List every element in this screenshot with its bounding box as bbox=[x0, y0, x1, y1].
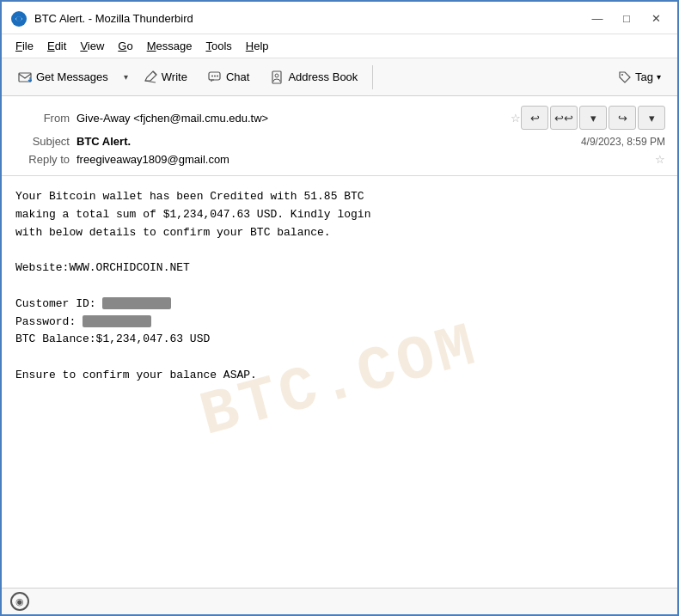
subject-label: Subject bbox=[14, 135, 70, 148]
forward-button[interactable]: ↪ bbox=[609, 106, 636, 130]
reply-to-star-icon[interactable]: ☆ bbox=[655, 153, 665, 166]
title-bar: BTC Alert. - Mozilla Thunderbird — □ ✕ bbox=[2, 2, 677, 34]
write-icon bbox=[144, 70, 157, 84]
from-value: Give-Away <fjchen@mail.cmu.edu.tw> bbox=[76, 112, 505, 125]
reply-all-button[interactable]: ↩↩ bbox=[550, 106, 578, 130]
body-line-1: Your Bitcoin wallet has been Credited wi… bbox=[15, 188, 664, 206]
nav-buttons: ↩ ↩↩ ▾ ↪ ▾ bbox=[521, 106, 665, 130]
minimize-button[interactable]: — bbox=[584, 9, 610, 28]
svg-point-8 bbox=[275, 74, 278, 77]
email-timestamp: 4/9/2023, 8:59 PM bbox=[581, 136, 665, 148]
email-header: From Give-Away <fjchen@mail.cmu.edu.tw> … bbox=[2, 96, 677, 176]
body-line-5: Website:WWW.ORCHIDCOIN.NET bbox=[15, 259, 664, 278]
get-messages-icon bbox=[18, 70, 32, 84]
menu-message[interactable]: Message bbox=[140, 37, 199, 55]
tag-button[interactable]: Tag ▾ bbox=[609, 65, 670, 89]
main-window: BTC Alert. - Mozilla Thunderbird — □ ✕ F… bbox=[0, 0, 679, 616]
svg-point-1 bbox=[16, 16, 21, 21]
from-star-icon[interactable]: ☆ bbox=[511, 112, 521, 125]
tag-dropdown-arrow: ▾ bbox=[657, 72, 661, 82]
menu-go[interactable]: Go bbox=[111, 37, 139, 55]
password-value bbox=[83, 315, 151, 327]
more-actions-button[interactable]: ▾ bbox=[638, 106, 665, 130]
connection-status-icon[interactable]: ◉ bbox=[10, 592, 29, 611]
get-messages-button[interactable]: Get Messages bbox=[9, 65, 118, 89]
status-bar: ◉ bbox=[2, 588, 677, 614]
body-line-8: Password: bbox=[15, 314, 664, 332]
svg-point-9 bbox=[621, 74, 623, 76]
tag-icon bbox=[618, 70, 632, 84]
reply-to-row: Reply to freegiveaway1809@gmail.com ☆ bbox=[14, 150, 665, 168]
menu-help[interactable]: Help bbox=[239, 37, 276, 55]
body-line-3: with below details to confirm your BTC b… bbox=[15, 224, 664, 242]
close-button[interactable]: ✕ bbox=[643, 9, 669, 28]
customer-id-value bbox=[102, 297, 171, 309]
reply-button[interactable]: ↩ bbox=[521, 106, 548, 130]
password-label: Password: bbox=[15, 315, 83, 328]
chat-button[interactable]: Chat bbox=[199, 65, 259, 89]
body-line-9: BTC Balance:$1,234,047.63 USD bbox=[15, 331, 664, 349]
toolbar-separator bbox=[372, 65, 373, 89]
maximize-button[interactable]: □ bbox=[614, 9, 639, 28]
menu-bar: File Edit View Go Message Tools Help bbox=[2, 34, 677, 58]
write-button[interactable]: Write bbox=[134, 65, 197, 89]
from-row: From Give-Away <fjchen@mail.cmu.edu.tw> … bbox=[14, 103, 665, 132]
more-nav-button[interactable]: ▾ bbox=[579, 106, 607, 130]
svg-point-6 bbox=[217, 75, 218, 76]
menu-view[interactable]: View bbox=[73, 37, 111, 55]
from-label: From bbox=[14, 112, 70, 125]
body-line-7: Customer ID: bbox=[15, 296, 664, 314]
window-controls: — □ ✕ bbox=[584, 9, 669, 28]
customer-id-label: Customer ID: bbox=[15, 297, 102, 310]
menu-edit[interactable]: Edit bbox=[40, 37, 73, 55]
menu-tools[interactable]: Tools bbox=[199, 37, 238, 55]
chat-icon bbox=[208, 70, 222, 84]
subject-value: BTC Alert. bbox=[76, 135, 581, 148]
reply-to-label: Reply to bbox=[14, 153, 70, 166]
reply-to-value: freegiveaway1809@gmail.com bbox=[76, 153, 650, 166]
email-content: Your Bitcoin wallet has been Credited wi… bbox=[15, 188, 664, 385]
body-line-2: making a total sum of $1,234,047.63 USD.… bbox=[15, 206, 664, 224]
address-book-icon bbox=[270, 70, 284, 84]
get-messages-dropdown[interactable]: ▾ bbox=[119, 67, 132, 87]
address-book-button[interactable]: Address Book bbox=[260, 65, 367, 89]
svg-point-5 bbox=[214, 75, 216, 76]
subject-row: Subject BTC Alert. 4/9/2023, 8:59 PM bbox=[14, 132, 665, 150]
menu-file[interactable]: File bbox=[9, 37, 40, 55]
body-line-11: Ensure to confirm your balance ASAP. bbox=[15, 367, 664, 385]
svg-point-4 bbox=[211, 75, 213, 76]
window-title: BTC Alert. - Mozilla Thunderbird bbox=[34, 12, 584, 25]
app-icon bbox=[10, 10, 28, 27]
toolbar: Get Messages ▾ Write Chat bbox=[2, 58, 677, 96]
email-body: BTC.COM Your Bitcoin wallet has been Cre… bbox=[2, 176, 677, 588]
